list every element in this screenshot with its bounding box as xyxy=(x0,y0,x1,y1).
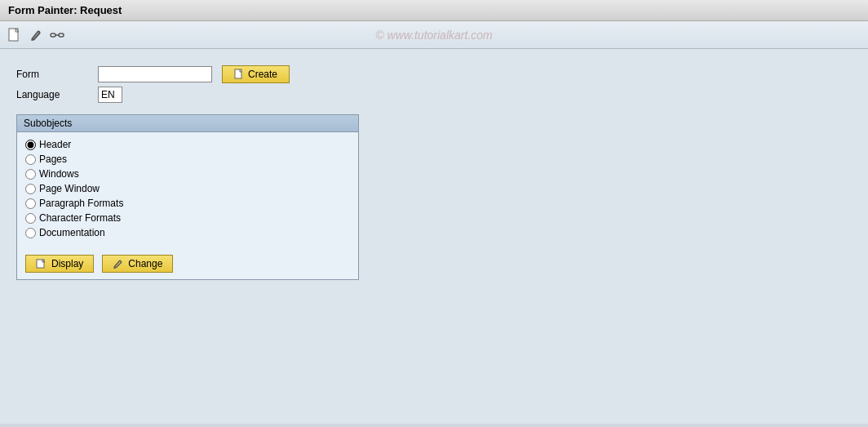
form-input[interactable] xyxy=(98,66,212,82)
radio-character-formats-input[interactable] xyxy=(25,213,36,224)
radio-paragraph-formats-input[interactable] xyxy=(25,198,36,209)
radio-documentation-label[interactable]: Documentation xyxy=(39,227,105,238)
new-doc-icon[interactable] xyxy=(7,27,23,43)
radio-pages-label[interactable]: Pages xyxy=(39,153,67,165)
radio-paragraph-formats[interactable]: Paragraph Formats xyxy=(25,198,350,209)
svg-rect-11 xyxy=(37,260,44,268)
radio-character-formats[interactable]: Character Formats xyxy=(25,212,350,224)
create-button[interactable]: Create xyxy=(222,65,290,83)
radio-windows-label[interactable]: Windows xyxy=(39,168,79,180)
display-button-label: Display xyxy=(51,258,83,269)
subobjects-header: Subobjects xyxy=(17,115,358,132)
radio-windows-input[interactable] xyxy=(25,169,36,180)
form-fields: Form Create Language xyxy=(16,65,852,103)
svg-rect-0 xyxy=(9,29,18,41)
toolbar: © www.tutorialkart.com xyxy=(0,21,868,49)
radio-pages[interactable]: Pages xyxy=(25,153,350,165)
display-button[interactable]: Display xyxy=(25,255,94,273)
title-text: Form Painter: Request xyxy=(8,4,122,16)
change-button-label: Change xyxy=(128,258,162,269)
form-row: Form Create xyxy=(16,65,852,83)
form-label: Form xyxy=(16,69,98,80)
subobjects-footer: Display Change xyxy=(17,248,358,279)
subobjects-box: Subobjects Header Pages Windows Page Win… xyxy=(16,114,359,280)
language-label: Language xyxy=(16,89,98,100)
radio-documentation[interactable]: Documentation xyxy=(25,227,350,238)
svg-rect-10 xyxy=(235,69,241,78)
radio-header-label[interactable]: Header xyxy=(39,139,71,150)
change-button[interactable]: Change xyxy=(102,255,173,273)
language-row: Language xyxy=(16,87,852,103)
svg-rect-7 xyxy=(51,33,55,37)
pencil-icon[interactable] xyxy=(28,27,44,43)
language-input[interactable] xyxy=(98,87,122,103)
radio-character-formats-label[interactable]: Character Formats xyxy=(39,212,121,224)
radio-pages-input[interactable] xyxy=(25,154,36,165)
radio-documentation-input[interactable] xyxy=(25,228,36,238)
toolbar-icons xyxy=(7,27,65,43)
radio-paragraph-formats-label[interactable]: Paragraph Formats xyxy=(39,198,123,209)
chain-icon[interactable] xyxy=(49,27,65,43)
svg-rect-8 xyxy=(59,33,64,37)
create-button-label: Create xyxy=(248,69,277,80)
radio-header[interactable]: Header xyxy=(25,139,350,150)
radio-page-window-input[interactable] xyxy=(25,184,36,194)
radio-header-input[interactable] xyxy=(25,140,36,150)
radio-page-window[interactable]: Page Window xyxy=(25,183,350,194)
radio-windows[interactable]: Windows xyxy=(25,168,350,180)
title-bar: Form Painter: Request xyxy=(0,0,868,21)
subobjects-content: Header Pages Windows Page Window Paragra… xyxy=(17,132,358,248)
watermark: © www.tutorialkart.com xyxy=(375,29,492,42)
main-content: Form Create Language Subobjects Header xyxy=(0,49,868,424)
radio-page-window-label[interactable]: Page Window xyxy=(39,183,100,194)
svg-line-16 xyxy=(114,267,116,268)
